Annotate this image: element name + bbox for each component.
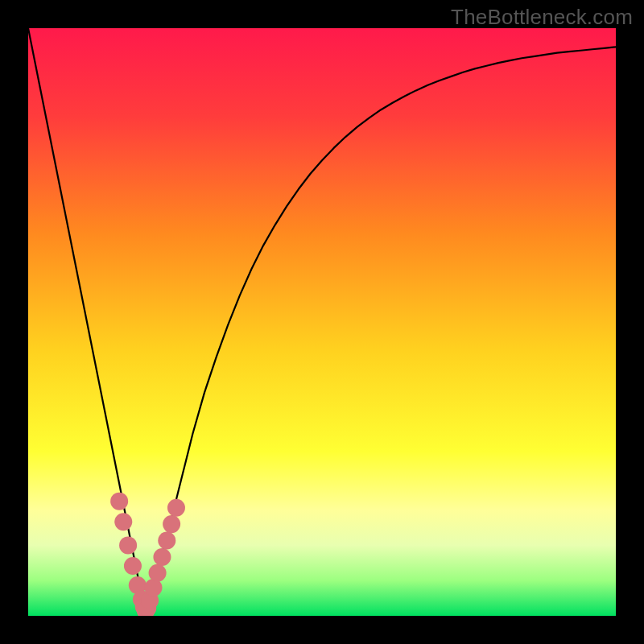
chart-frame: TheBottleneck.com bbox=[0, 0, 644, 644]
highlight-dot bbox=[119, 536, 137, 554]
watermark-text: TheBottleneck.com bbox=[451, 5, 633, 30]
highlight-dot bbox=[153, 548, 171, 566]
highlight-dot bbox=[158, 532, 175, 550]
highlight-dot bbox=[110, 493, 128, 510]
highlight-dot bbox=[163, 515, 180, 533]
highlight-dot bbox=[149, 564, 167, 582]
plot-area bbox=[28, 28, 616, 616]
highlight-dot bbox=[124, 557, 142, 575]
highlight-dot bbox=[167, 499, 185, 517]
highlight-dot bbox=[114, 513, 132, 530]
chart-background bbox=[28, 28, 616, 616]
chart-svg bbox=[28, 28, 616, 616]
